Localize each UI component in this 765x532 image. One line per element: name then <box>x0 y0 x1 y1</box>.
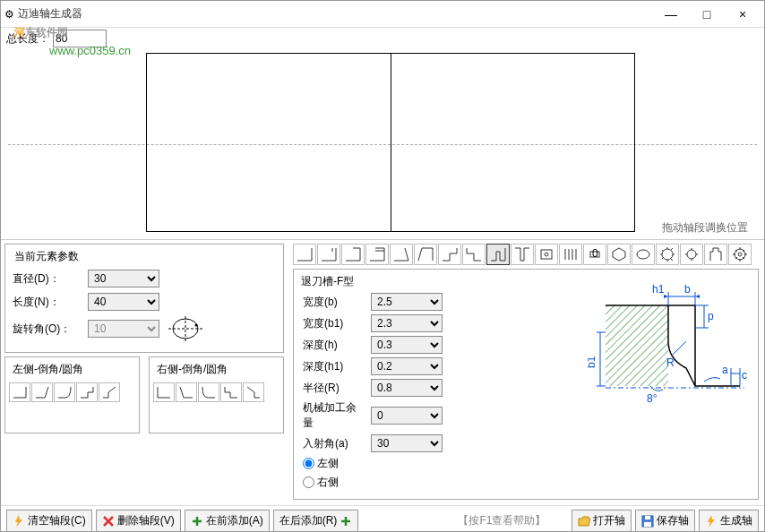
allowance-label: 机械加工余量 <box>297 400 365 431</box>
shaft-preview-canvas[interactable]: 拖动轴段调换位置 <box>8 51 757 237</box>
window-title: 迈迪轴生成器 <box>14 6 653 21</box>
element-params-title: 当前元素参数 <box>11 249 82 264</box>
side-left-radio[interactable]: 左侧 <box>303 456 339 471</box>
svg-point-11 <box>687 250 696 259</box>
plus-icon <box>191 515 203 528</box>
depth-h-label: 深度(h) <box>297 338 365 353</box>
delete-segment-button[interactable]: 删除轴段(V) <box>96 510 181 532</box>
left-chamfer-opt-2[interactable] <box>31 382 53 402</box>
slot-params-group: 退刀槽-F型 宽度(b)2.5 宽度(b1)2.3 深度(h)0.3 深度(h1… <box>293 269 759 500</box>
feature-toolbar: 0 <box>293 244 759 265</box>
plus-icon <box>340 515 352 528</box>
feature-step-l[interactable] <box>438 244 461 265</box>
depth-h1-label: 深度(h1) <box>297 359 365 374</box>
slot-title: 退刀槽-F型 <box>297 274 357 289</box>
drag-hint: 拖动轴段调换位置 <box>662 220 748 236</box>
feature-slot-f[interactable] <box>486 244 510 265</box>
feature-corner-3[interactable] <box>341 244 365 265</box>
app-icon: ⚙ <box>4 8 14 21</box>
svg-text:b1: b1 <box>588 356 597 368</box>
x-icon <box>102 515 115 528</box>
right-chamfer-opt-3[interactable] <box>198 382 219 402</box>
allowance-select[interactable]: 0 <box>371 407 443 425</box>
side-right-radio[interactable]: 右侧 <box>303 475 339 490</box>
svg-text:8°: 8° <box>647 392 658 405</box>
left-chamfer-opt-3[interactable] <box>54 382 75 402</box>
feature-extra[interactable] <box>728 244 752 265</box>
total-length-input[interactable] <box>53 30 107 47</box>
minimize-button[interactable]: — <box>653 7 689 21</box>
svg-point-5 <box>545 253 548 256</box>
length-label: 长度(N)： <box>13 295 84 310</box>
length-select[interactable]: 40 <box>88 293 159 311</box>
feature-corner-2[interactable] <box>317 244 340 265</box>
svg-rect-27 <box>644 522 651 527</box>
feature-step-r[interactable] <box>462 244 486 265</box>
feature-key[interactable]: 0 <box>583 244 606 265</box>
lightning-icon <box>13 515 25 528</box>
radius-r-label: 半径(R) <box>297 381 365 396</box>
add-before-button[interactable]: 在前添加(A) <box>185 510 270 532</box>
feature-step-u[interactable] <box>511 244 534 265</box>
feature-cbore[interactable] <box>535 244 558 265</box>
right-chamfer-opt-5[interactable] <box>243 382 264 402</box>
total-length-label: 总长度： <box>6 31 49 47</box>
feature-spline[interactable] <box>704 244 727 265</box>
left-chamfer-group: 左侧-倒角/圆角 <box>4 356 140 433</box>
add-after-button[interactable]: 在后添加(R) <box>273 510 359 532</box>
left-chamfer-opt-5[interactable] <box>99 382 120 402</box>
element-params-group: 当前元素参数 直径(D)： 30 长度(N)： 40 旋转角(O)： 10 <box>4 244 284 353</box>
right-chamfer-group: 右侧-倒角/圆角 <box>149 356 284 433</box>
left-chamfer-opt-1[interactable] <box>9 382 30 402</box>
feature-oval[interactable] <box>632 244 655 265</box>
svg-text:h1: h1 <box>652 283 665 296</box>
feature-hex[interactable] <box>607 244 631 265</box>
right-chamfer-opt-2[interactable] <box>176 382 197 402</box>
right-chamfer-title: 右侧-倒角/圆角 <box>153 362 231 377</box>
svg-rect-15 <box>606 305 668 386</box>
help-hint: 【按F1查看帮助】 <box>458 513 546 528</box>
svg-text:c: c <box>742 369 747 382</box>
depth-h1-select[interactable]: 0.2 <box>371 357 443 375</box>
folder-open-icon <box>578 515 590 528</box>
right-chamfer-opt-4[interactable] <box>220 382 242 402</box>
depth-h-select[interactable]: 0.3 <box>371 336 443 354</box>
left-chamfer-opt-4[interactable] <box>76 382 98 402</box>
svg-rect-4 <box>541 250 552 259</box>
svg-point-13 <box>738 253 742 256</box>
svg-rect-26 <box>645 516 650 519</box>
svg-point-3 <box>195 324 198 327</box>
feature-corner-4[interactable] <box>365 244 389 265</box>
diameter-select[interactable]: 30 <box>88 270 159 287</box>
rotation-angle-select[interactable]: 10 <box>88 320 159 338</box>
inc-angle-select[interactable]: 30 <box>371 434 443 452</box>
open-shaft-button[interactable]: 打开轴 <box>572 510 632 532</box>
save-shaft-button[interactable]: 保存轴 <box>635 510 695 532</box>
close-button[interactable]: × <box>725 7 761 21</box>
width-b-select[interactable]: 2.5 <box>371 293 443 311</box>
slot-diagram: h1 b p b1 R a c 8° <box>588 279 749 413</box>
feature-gear-l[interactable] <box>656 244 679 265</box>
svg-marker-8 <box>613 248 625 261</box>
maximize-button[interactable]: □ <box>689 7 725 21</box>
svg-text:a: a <box>722 364 728 376</box>
right-chamfer-opt-1[interactable] <box>153 382 175 402</box>
feature-taper-l[interactable] <box>390 244 413 265</box>
angle-dial-icon <box>168 316 202 341</box>
left-chamfer-title: 左侧-倒角/圆角 <box>9 362 87 377</box>
width-b1-select[interactable]: 2.3 <box>371 314 443 332</box>
svg-text:0: 0 <box>592 247 598 260</box>
floppy-icon <box>641 515 654 528</box>
svg-point-9 <box>637 250 649 259</box>
radius-r-select[interactable]: 0.8 <box>371 379 443 397</box>
width-b-label: 宽度(b) <box>297 295 365 310</box>
feature-thread[interactable] <box>559 244 582 265</box>
generate-shaft-button[interactable]: 生成轴 <box>699 510 759 532</box>
feature-gear-r[interactable] <box>680 244 703 265</box>
svg-point-10 <box>662 249 673 260</box>
inc-angle-label: 入射角(a) <box>297 436 365 451</box>
lightning-icon <box>705 515 718 528</box>
clear-segments-button[interactable]: 清空轴段(C) <box>6 510 92 532</box>
feature-corner-1[interactable] <box>293 244 316 265</box>
feature-taper-r[interactable] <box>414 244 437 265</box>
